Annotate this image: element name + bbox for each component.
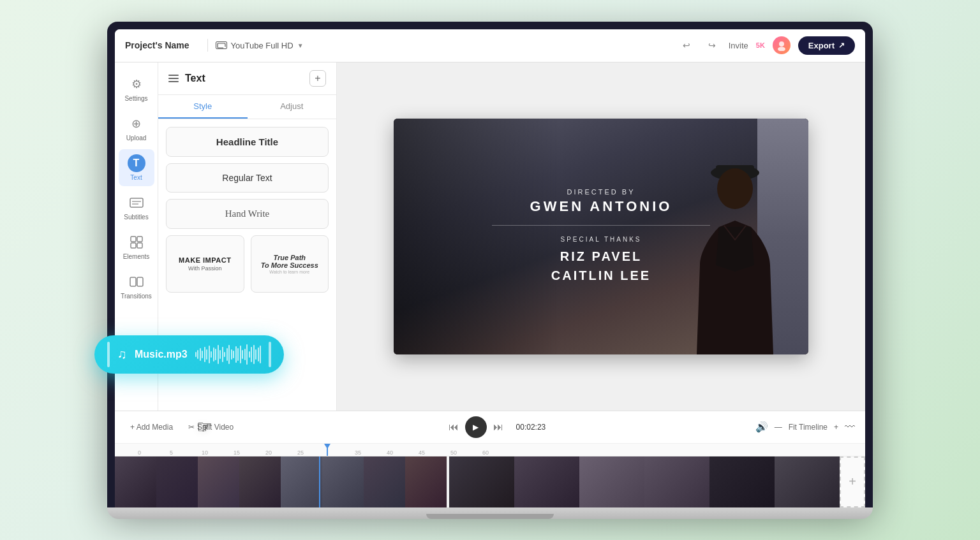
sidebar-item-transitions[interactable]: Transitions bbox=[119, 268, 154, 305]
track-thumb-13 bbox=[709, 456, 775, 507]
panel-add-button[interactable]: + bbox=[309, 70, 326, 87]
panel-title: Text bbox=[185, 73, 309, 84]
svg-rect-10 bbox=[137, 243, 142, 248]
ruler-mark-20: 20 bbox=[265, 449, 272, 456]
svg-rect-4 bbox=[130, 198, 143, 207]
sidebar-item-upload[interactable]: ⊕ Upload bbox=[119, 110, 154, 147]
music-handle-left bbox=[107, 342, 110, 367]
music-pill[interactable]: ♫ Music.mp3 bbox=[94, 335, 284, 374]
elements-icon bbox=[128, 233, 145, 251]
format-chevron-icon: ▼ bbox=[297, 42, 304, 49]
avatar bbox=[773, 36, 791, 54]
playhead-triangle bbox=[324, 444, 330, 449]
zoom-in-icon[interactable]: + bbox=[834, 423, 838, 432]
timeline-controls: + Add Media ✂ Split Video ⏮ ▶ ⏭ 00:02:23 bbox=[115, 411, 865, 444]
tab-style[interactable]: Style bbox=[158, 95, 248, 119]
track-thumb-8 bbox=[405, 456, 447, 507]
ruler-mark-15: 15 bbox=[234, 449, 240, 456]
track-playhead bbox=[319, 456, 320, 507]
ruler-mark-60: 60 bbox=[482, 449, 489, 456]
video-preview: DIRECTED BY GWEN ANTONIO SPECIAL THANKS … bbox=[394, 119, 808, 354]
regular-text-button[interactable]: Regular Text bbox=[166, 163, 329, 193]
sidebar-label-subtitles: Subtitles bbox=[124, 214, 148, 221]
export-label: Export bbox=[808, 41, 835, 50]
timeline-tracks: + bbox=[115, 456, 865, 507]
canvas-area: DIRECTED BY GWEN ANTONIO SPECIAL THANKS … bbox=[337, 62, 865, 411]
waveform-icon[interactable]: 〰 bbox=[845, 421, 855, 433]
svg-point-3 bbox=[778, 47, 785, 52]
undo-button[interactable]: ↩ bbox=[678, 36, 695, 54]
format-selector[interactable]: YouTube Full HD ▼ bbox=[216, 41, 304, 50]
track-thumb-6 bbox=[322, 456, 364, 507]
zoom-out-icon[interactable]: — bbox=[775, 423, 782, 432]
sidebar-item-settings[interactable]: ⚙ Settings bbox=[119, 70, 154, 107]
left-video-segment bbox=[115, 456, 447, 507]
timeline-area: + Add Media ✂ Split Video ⏮ ▶ ⏭ 00:02:23 bbox=[115, 411, 865, 507]
thanks-names: RIZ PAVEL CAITLIN LEE bbox=[419, 247, 783, 285]
sidebar-item-subtitles[interactable]: Subtitles bbox=[119, 189, 154, 226]
subtitles-icon bbox=[128, 194, 145, 212]
track-thumb-9 bbox=[449, 456, 514, 507]
track-thumb-14 bbox=[775, 456, 840, 507]
template-true-path-title: True Path bbox=[273, 254, 306, 261]
template-make-impact-subtitle: With Passion bbox=[188, 265, 222, 272]
export-button[interactable]: Export ↗ bbox=[798, 36, 855, 55]
volume-icon[interactable]: 🔊 bbox=[755, 421, 768, 433]
handwrite-button[interactable]: Hand Write bbox=[166, 199, 329, 229]
scissors-icon: ✂ bbox=[188, 423, 195, 432]
timeline-ruler: 0 5 10 15 20 25 35 40 45 50 60 bbox=[115, 444, 865, 456]
sidebar-item-text[interactable]: T Text bbox=[119, 149, 154, 186]
format-label: YouTube Full HD bbox=[231, 41, 293, 50]
sidebar-label-text: Text bbox=[130, 174, 142, 181]
laptop-base bbox=[107, 507, 873, 519]
template-true-path-title2: To More Success bbox=[261, 261, 318, 269]
svg-rect-8 bbox=[137, 237, 142, 242]
play-controls: ⏮ ▶ ⏭ bbox=[449, 416, 503, 438]
svg-point-2 bbox=[779, 41, 784, 47]
top-bar: Project's Name YouTube Full HD ▼ bbox=[115, 29, 865, 62]
template-true-path[interactable]: True Path To More Success Watch to learn… bbox=[251, 235, 329, 293]
svg-rect-12 bbox=[137, 277, 143, 286]
ruler-mark-25: 25 bbox=[297, 449, 304, 456]
settings-icon: ⚙ bbox=[128, 75, 145, 93]
waveform bbox=[195, 344, 262, 365]
play-button[interactable]: ▶ bbox=[465, 416, 487, 438]
video-divider bbox=[492, 225, 710, 226]
ruler-mark-45: 45 bbox=[419, 449, 425, 456]
ruler-mark-35: 35 bbox=[355, 449, 361, 456]
redo-button[interactable]: ↪ bbox=[703, 36, 721, 54]
music-filename: Music.mp3 bbox=[135, 349, 188, 360]
sidebar-item-elements[interactable]: Elements bbox=[119, 228, 154, 265]
sidebar-label-settings: Settings bbox=[124, 95, 147, 102]
template-make-impact[interactable]: MAKE IMPACT With Passion bbox=[166, 235, 244, 293]
fit-timeline-label[interactable]: Fit Timeline bbox=[789, 423, 828, 432]
ruler-mark-5: 5 bbox=[170, 449, 173, 456]
playhead-line bbox=[327, 444, 328, 456]
top-bar-right: ↩ ↪ Invite 5K Export ↗ bbox=[678, 36, 855, 55]
track-thumb-11 bbox=[579, 456, 644, 507]
cursor-hand-icon: ☞ bbox=[197, 416, 212, 437]
template-true-path-subtitle: Watch to learn more bbox=[269, 270, 309, 274]
upload-icon: ⊕ bbox=[128, 115, 145, 133]
sidebar-label-upload: Upload bbox=[126, 135, 147, 142]
template-make-impact-title: MAKE IMPACT bbox=[179, 256, 231, 264]
track-thumb-7 bbox=[364, 456, 405, 507]
prev-button[interactable]: ⏮ bbox=[449, 421, 459, 433]
headline-title-button[interactable]: Headline Title bbox=[166, 127, 329, 157]
next-button[interactable]: ⏭ bbox=[493, 421, 503, 433]
timeline-add-button[interactable]: + bbox=[840, 456, 865, 507]
svg-rect-9 bbox=[131, 243, 136, 248]
svg-rect-7 bbox=[131, 237, 136, 242]
share-icon: ↗ bbox=[838, 41, 845, 50]
menu-icon[interactable] bbox=[168, 75, 179, 82]
separator bbox=[207, 39, 208, 52]
tab-adjust[interactable]: Adjust bbox=[248, 95, 337, 119]
thanks-name-2: CAITLIN LEE bbox=[419, 266, 783, 285]
right-video-segment bbox=[449, 456, 840, 507]
invite-button[interactable]: Invite bbox=[729, 41, 748, 50]
director-name: GWEN ANTONIO bbox=[419, 198, 783, 215]
video-text-overlay: DIRECTED BY GWEN ANTONIO SPECIAL THANKS … bbox=[394, 188, 808, 285]
track-thumb-4 bbox=[239, 456, 281, 507]
track-thumb-2 bbox=[156, 456, 198, 507]
add-media-button[interactable]: + Add Media bbox=[125, 420, 178, 434]
